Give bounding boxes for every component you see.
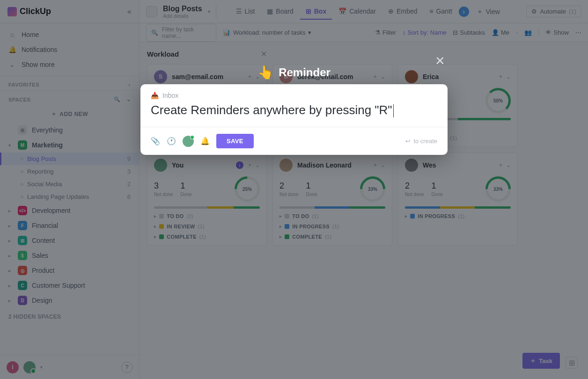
create-hint: ↩to create <box>405 138 437 145</box>
pointer-icon: 👆 <box>257 65 274 80</box>
reminder-modal: 📥 Inbox Create Reminders anywhere by pre… <box>140 84 448 155</box>
close-icon[interactable]: ✕ <box>435 54 445 68</box>
attachment-icon[interactable]: 📎 <box>151 137 160 146</box>
bell-icon[interactable]: 🔔 <box>200 137 210 146</box>
enter-icon: ↩ <box>405 138 411 145</box>
assignee-avatar[interactable] <box>183 136 194 147</box>
inbox-icon: 📥 <box>151 92 159 99</box>
modal-overlay[interactable]: 👆 Reminder ✕ 📥 Inbox Create Reminders an… <box>0 0 588 379</box>
modal-location[interactable]: 📥 Inbox <box>140 84 448 102</box>
modal-footer: 📎 🕐 🔔 SAVE ↩to create <box>140 127 448 155</box>
save-button[interactable]: SAVE <box>216 134 254 148</box>
clock-icon[interactable]: 🕐 <box>167 137 176 146</box>
modal-title: 👆 Reminder <box>257 65 331 80</box>
reminder-input[interactable]: Create Reminders anywhere by pressing "R… <box>140 102 448 127</box>
